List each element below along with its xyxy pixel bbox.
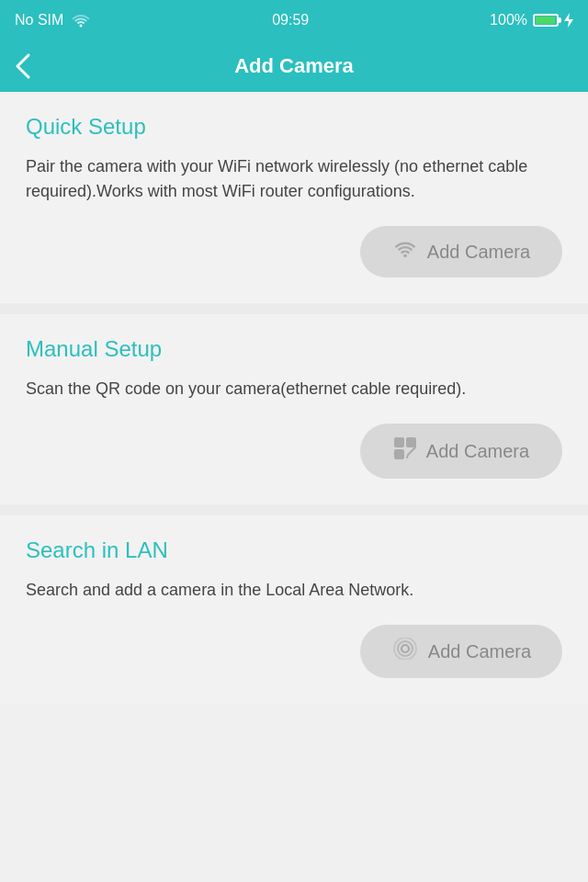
- manual-setup-btn-label: Add Camera: [426, 441, 529, 462]
- search-in-lan-desc: Search and add a camera in the Local Are…: [26, 578, 562, 603]
- quick-setup-btn-row: Add Camera: [26, 226, 562, 277]
- svg-point-10: [401, 645, 409, 652]
- battery-icon: [533, 14, 559, 27]
- battery-fill: [536, 17, 555, 24]
- wifi-btn-icon: [392, 239, 418, 265]
- quick-setup-add-camera-button[interactable]: Add Camera: [360, 226, 562, 277]
- nav-bar: Add Camera: [0, 40, 588, 92]
- page-title: Add Camera: [234, 54, 354, 78]
- svg-line-9: [407, 455, 408, 458]
- quick-setup-title: Quick Setup: [26, 114, 562, 140]
- back-button[interactable]: [15, 52, 31, 80]
- manual-setup-btn-row: Add Camera: [26, 424, 562, 479]
- battery-container: [533, 14, 559, 27]
- content-area: Quick Setup Pair the camera with your Wi…: [0, 92, 588, 704]
- manual-setup-title: Manual Setup: [26, 336, 562, 362]
- status-right: 100%: [490, 12, 573, 28]
- quick-setup-btn-label: Add Camera: [427, 242, 530, 263]
- search-in-lan-title: Search in LAN: [26, 537, 562, 563]
- svg-point-11: [398, 641, 413, 656]
- manual-setup-section: Manual Setup Scan the QR code on your ca…: [0, 314, 588, 504]
- quick-setup-section: Quick Setup Pair the camera with your Wi…: [0, 92, 588, 303]
- status-bar: No SIM 09:59 100%: [0, 0, 588, 40]
- status-left: No SIM: [15, 12, 91, 28]
- svg-marker-0: [564, 13, 573, 28]
- carrier-label: No SIM: [15, 12, 63, 28]
- svg-rect-4: [409, 440, 413, 445]
- svg-line-8: [413, 447, 415, 449]
- charging-icon: [564, 13, 573, 28]
- wifi-status-icon: [71, 13, 91, 28]
- search-in-lan-section: Search in LAN Search and add a camera in…: [0, 515, 588, 704]
- search-in-lan-add-camera-button[interactable]: Add Camera: [360, 625, 562, 678]
- search-in-lan-btn-label: Add Camera: [428, 641, 531, 662]
- quick-setup-desc: Pair the camera with your WiFi network w…: [26, 154, 562, 204]
- time-label: 09:59: [272, 12, 309, 28]
- svg-rect-2: [397, 440, 401, 445]
- manual-setup-add-camera-button[interactable]: Add Camera: [360, 424, 562, 479]
- manual-setup-desc: Scan the QR code on your camera(ethernet…: [26, 377, 562, 401]
- battery-percent: 100%: [490, 12, 527, 28]
- qr-btn-icon: [393, 436, 417, 466]
- svg-line-7: [408, 449, 413, 455]
- svg-rect-6: [397, 452, 401, 457]
- lan-btn-icon: [391, 638, 419, 665]
- search-in-lan-btn-row: Add Camera: [26, 625, 562, 678]
